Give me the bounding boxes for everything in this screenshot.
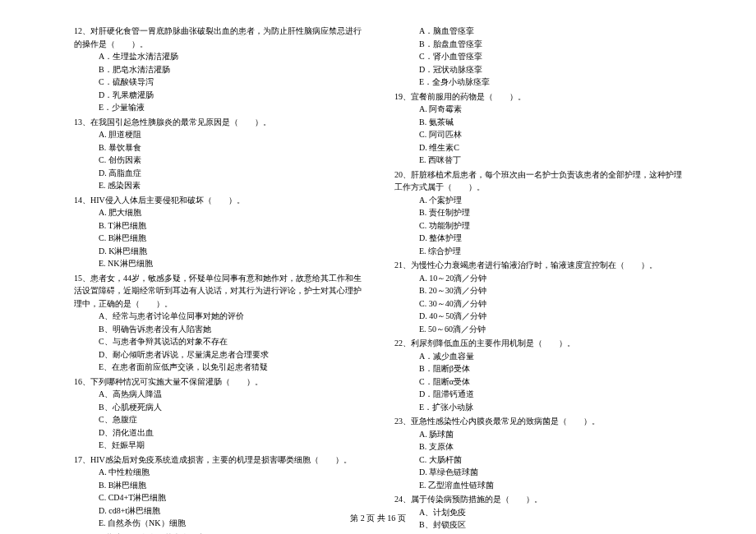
question-22: 22、利尿剂降低血压的主要作用机制是（ ）。 A．减少血容量 B．阻断β受体 C… xyxy=(394,337,682,413)
option: C. B淋巴细胞 xyxy=(74,232,362,245)
option: D. 草绿色链球菌 xyxy=(394,466,682,479)
question-text: 19、宜餐前服用的药物是（ ）。 xyxy=(394,90,682,104)
question-text: 13、在我国引起急性胰腺炎的最常见原因是（ ）。 xyxy=(74,116,362,129)
option: D. 40～50滴／分钟 xyxy=(394,310,682,323)
question-19: 19、宜餐前服用的药物是（ ）。 A. 阿奇霉素 B. 氨茶碱 C. 阿司匹林 … xyxy=(394,90,682,167)
question-text: 16、下列哪种情况可实施大量不保留灌肠（ ）。 xyxy=(74,375,362,389)
question-text: 24、属于传染病预防措施的是（ ）。 xyxy=(394,493,682,506)
option: A．生理盐水清洁灌肠 xyxy=(74,50,362,63)
option: D．阻滞钙通道 xyxy=(394,388,682,401)
option: E、在患者面前应低声交谈，以免引起患者猜疑 xyxy=(74,361,362,374)
option: B. 20～30滴／分钟 xyxy=(394,284,682,297)
option: C. 30～40滴／分钟 xyxy=(394,297,682,311)
option: E．少量输液 xyxy=(74,101,362,114)
question-13: 13、在我国引起急性胰腺炎的最常见原因是（ ）。 A. 胆道梗阻 B. 暴饮暴食… xyxy=(74,116,362,192)
option: D．乳果糖灌肠 xyxy=(74,89,362,102)
option: E. 综合护理 xyxy=(394,245,682,258)
option: B. 责任制护理 xyxy=(394,206,682,219)
option: A．减少血容量 xyxy=(394,350,682,363)
option: A. 中性粒细胞 xyxy=(74,466,362,479)
option: B．阻断β受体 xyxy=(394,362,682,375)
option: C. 阿司匹林 xyxy=(394,128,682,141)
question-text: 20、肝脏移植术后患者，每个班次由一名护士负责该患者的全部护理，这种护理工作方式… xyxy=(394,168,682,194)
option: D. K淋巴细胞 xyxy=(74,245,362,258)
question-15: 15、患者女，44岁，敏感多疑，怀疑单位同事有意和她作对，故意给其工作和生活设置… xyxy=(74,272,362,374)
option: A. 个案护理 xyxy=(394,194,682,207)
question-20: 20、肝脏移植术后患者，每个班次由一名护士负责该患者的全部护理，这种护理工作方式… xyxy=(394,168,682,258)
option: C．肾小血管痉挛 xyxy=(394,50,682,63)
option: A、经常与患者讨论单位同事对她的评价 xyxy=(74,310,362,323)
option: B. 支原体 xyxy=(394,440,682,453)
option: E. 感染因素 xyxy=(74,179,362,192)
option: D. 高脂血症 xyxy=(74,167,362,180)
option: A. 10～20滴／分钟 xyxy=(394,272,682,285)
option: B．胎盘血管痉挛 xyxy=(394,38,682,51)
option: A. 肥大细胞 xyxy=(74,206,362,219)
option: D、消化道出血 xyxy=(74,426,362,440)
option: D．冠状动脉痉挛 xyxy=(394,63,682,76)
option: E. 西咪替丁 xyxy=(394,154,682,167)
option: B．肥皂水清洁灌肠 xyxy=(74,63,362,76)
option: C、与患者争辩其说话的对象不存在 xyxy=(74,335,362,348)
question-21: 21、为慢性心力衰竭患者进行输液治疗时，输液速度宜控制在（ ）。 A. 10～2… xyxy=(394,259,682,335)
option: E. NK淋巴细胞 xyxy=(74,257,362,270)
question-text: 14、HIV侵入人体后主要侵犯和破坏（ ）。 xyxy=(74,194,362,207)
option: B. T淋巴细胞 xyxy=(74,219,362,232)
option: C. 大肠杆菌 xyxy=(394,453,682,467)
question-16: 16、下列哪种情况可实施大量不保留灌肠（ ）。 A、高热病人降温 B、心肌梗死病… xyxy=(74,375,362,452)
option: B、明确告诉患者没有人陷害她 xyxy=(74,323,362,336)
question-text: 18、妊娠期高血压疾病的基本病理变化是（ ）。 xyxy=(74,532,362,535)
option: B. 暴饮暴食 xyxy=(74,141,362,154)
option: E．全身小动脉痉挛 xyxy=(394,76,682,89)
option: D. 整体护理 xyxy=(394,232,682,245)
option: D、耐心倾听患者诉说，尽量满足患者合理要求 xyxy=(74,348,362,361)
option: B. 氨茶碱 xyxy=(394,116,682,129)
option: C. 创伤因素 xyxy=(74,154,362,167)
option: A. 肠球菌 xyxy=(394,428,682,441)
option: B、心肌梗死病人 xyxy=(74,401,362,414)
question-text: 15、患者女，44岁，敏感多疑，怀疑单位同事有意和她作对，故意给其工作和生活设置… xyxy=(74,272,362,311)
page-footer: 第 2 页 共 16 页 xyxy=(0,513,756,524)
option: C．阻断α受体 xyxy=(394,375,682,389)
question-14: 14、HIV侵入人体后主要侵犯和破坏（ ）。 A. 肥大细胞 B. T淋巴细胞 … xyxy=(74,194,362,270)
question-23: 23、亚急性感染性心内膜炎最常见的致病菌是（ ）。 A. 肠球菌 B. 支原体 … xyxy=(394,415,682,491)
option: E．扩张小动脉 xyxy=(394,401,682,414)
question-text: 12、对肝硬化食管一胃底静脉曲张破裂出血的患者，为防止肝性脑病应禁忌进行的操作是… xyxy=(74,25,362,50)
exam-content: 12、对肝硬化食管一胃底静脉曲张破裂出血的患者，为防止肝性脑病应禁忌进行的操作是… xyxy=(74,25,682,534)
option: A、高热病人降温 xyxy=(74,388,362,401)
question-18-opts: A．脑血管痉挛 B．胎盘血管痉挛 C．肾小血管痉挛 D．冠状动脉痉挛 E．全身小… xyxy=(394,25,682,89)
option: E. 50～60滴／分钟 xyxy=(394,323,682,336)
question-text: 23、亚急性感染性心内膜炎最常见的致病菌是（ ）。 xyxy=(394,415,682,428)
right-column: A．脑血管痉挛 B．胎盘血管痉挛 C．肾小血管痉挛 D．冠状动脉痉挛 E．全身小… xyxy=(394,25,682,534)
question-text: 21、为慢性心力衰竭患者进行输液治疗时，输液速度宜控制在（ ）。 xyxy=(394,259,682,272)
option: A. 阿奇霉素 xyxy=(394,103,682,116)
option: C. 功能制护理 xyxy=(394,219,682,232)
option: A．脑血管痉挛 xyxy=(394,25,682,38)
option: E. 乙型溶血性链球菌 xyxy=(394,479,682,492)
question-text: 22、利尿剂降低血压的主要作用机制是（ ）。 xyxy=(394,337,682,350)
option: C．硫酸镁导泻 xyxy=(74,76,362,89)
option: A. 胆道梗阻 xyxy=(74,128,362,141)
option: C. CD4+T淋巴细胞 xyxy=(74,491,362,504)
option: C、急腹症 xyxy=(74,413,362,426)
option: B. B淋巴细胞 xyxy=(74,479,362,492)
option: D. 维生素C xyxy=(394,141,682,154)
question-12: 12、对肝硬化食管一胃底静脉曲张破裂出血的患者，为防止肝性脑病应禁忌进行的操作是… xyxy=(74,25,362,114)
option: E、妊娠早期 xyxy=(74,439,362,452)
question-18: 18、妊娠期高血压疾病的基本病理变化是（ ）。 xyxy=(74,532,362,535)
question-text: 17、HIV感染后对免疫系统造成损害，主要的机理是损害哪类细胞（ ）。 xyxy=(74,453,362,467)
left-column: 12、对肝硬化食管一胃底静脉曲张破裂出血的患者，为防止肝性脑病应禁忌进行的操作是… xyxy=(74,25,362,534)
